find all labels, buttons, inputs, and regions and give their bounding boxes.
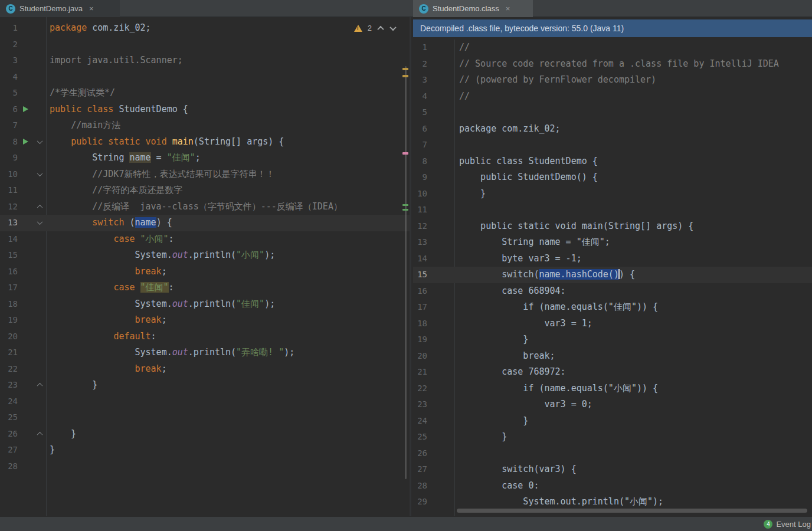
line-number[interactable]: 25	[0, 409, 18, 426]
line-number[interactable]: 8	[0, 134, 18, 150]
code-line-28[interactable]: 28 case 0:	[413, 478, 812, 494]
code-line-23[interactable]: 23 }	[0, 377, 410, 394]
code-line-18[interactable]: 18 System.out.println("佳闻");	[0, 296, 410, 313]
line-number[interactable]: 12	[413, 218, 427, 235]
occurrence-stripe-mark[interactable]	[402, 152, 408, 155]
tab-studentdemo-class[interactable]: C StudentDemo.class ×	[413, 0, 533, 17]
horizontal-scrollbar[interactable]	[457, 509, 807, 513]
line-number[interactable]: 26	[413, 445, 427, 462]
code-area-java[interactable]: 1package com.zik_02;23import java.util.S…	[0, 17, 410, 474]
line-number[interactable]: 3	[0, 53, 18, 69]
line-number[interactable]: 18	[0, 296, 18, 313]
code-line-2[interactable]: 2// Source code recreated from a .class …	[413, 56, 812, 73]
warning-stripe-mark[interactable]	[402, 68, 408, 70]
close-icon[interactable]: ×	[506, 4, 510, 13]
line-number[interactable]: 23	[0, 377, 18, 394]
event-log-button[interactable]: Event Log	[776, 520, 811, 529]
line-number[interactable]: 24	[413, 413, 427, 430]
code-line-7[interactable]: 7	[413, 137, 812, 153]
line-number[interactable]: 28	[413, 478, 427, 494]
line-number[interactable]: 28	[0, 458, 18, 475]
line-number[interactable]: 22	[0, 361, 18, 378]
line-number[interactable]: 2	[413, 56, 427, 73]
line-number[interactable]: 22	[413, 381, 427, 397]
code-line-11[interactable]: 11	[413, 202, 812, 218]
line-number[interactable]: 27	[0, 442, 18, 458]
line-number[interactable]: 6	[413, 121, 427, 137]
line-number[interactable]: 19	[0, 312, 18, 329]
code-line-8[interactable]: 8 public static void main(String[] args)…	[0, 134, 410, 150]
line-number[interactable]: 6	[0, 101, 18, 118]
line-number[interactable]: 7	[413, 137, 427, 153]
code-line-3[interactable]: 3import java.util.Scanner;	[0, 53, 410, 69]
fold-up-icon[interactable]	[37, 432, 42, 438]
code-line-11[interactable]: 11 //字符的本质还是数字	[0, 182, 410, 199]
code-line-17[interactable]: 17 if (name.equals("佳闻")) {	[413, 299, 812, 316]
editor-decompiled-class[interactable]: Decompiled .class file, bytecode version…	[413, 17, 812, 516]
line-number[interactable]: 2	[0, 37, 18, 53]
line-number[interactable]: 24	[0, 394, 18, 410]
close-icon[interactable]: ×	[89, 4, 94, 13]
code-line-10[interactable]: 10 //JDK7新特性，表达式结果可以是字符串！！	[0, 166, 410, 183]
code-line-21[interactable]: 21 System.out.println("弄啥嘞! ");	[0, 345, 410, 361]
code-line-4[interactable]: 4	[0, 69, 410, 86]
line-number[interactable]: 10	[0, 166, 18, 183]
line-number[interactable]: 21	[413, 364, 427, 381]
line-number[interactable]: 9	[413, 169, 427, 186]
code-line-19[interactable]: 19 }	[413, 332, 812, 348]
line-number[interactable]: 16	[413, 283, 427, 300]
code-line-1[interactable]: 1//	[413, 40, 812, 56]
change-stripe-mark[interactable]	[402, 204, 408, 206]
line-number[interactable]: 20	[413, 348, 427, 365]
line-number[interactable]: 20	[0, 329, 18, 345]
vertical-scrollbar[interactable]	[405, 66, 407, 479]
line-number[interactable]: 4	[413, 88, 427, 105]
warning-stripe-mark[interactable]	[402, 75, 408, 77]
line-number[interactable]: 26	[0, 426, 18, 442]
line-number[interactable]: 3	[413, 72, 427, 88]
code-line-20[interactable]: 20 default:	[0, 329, 410, 345]
line-number[interactable]: 29	[413, 494, 427, 510]
code-line-26[interactable]: 26 }	[0, 426, 410, 442]
fold-down-icon[interactable]	[37, 138, 42, 144]
code-line-27[interactable]: 27 switch(var3) {	[413, 461, 812, 478]
editor-java-source[interactable]: 1package com.zik_02;23import java.util.S…	[0, 17, 411, 516]
code-line-5[interactable]: 5/*学生测试类*/	[0, 85, 410, 101]
next-warning-button[interactable]	[389, 25, 397, 32]
code-line-13[interactable]: 13 switch (name) {	[0, 215, 410, 231]
line-number[interactable]: 25	[413, 429, 427, 445]
line-number[interactable]: 13	[413, 234, 427, 251]
line-number[interactable]: 8	[413, 153, 427, 170]
line-number[interactable]: 14	[0, 231, 18, 248]
code-line-3[interactable]: 3// (powered by FernFlower decompiler)	[413, 72, 812, 88]
line-number[interactable]: 17	[413, 299, 427, 316]
code-line-20[interactable]: 20 break;	[413, 348, 812, 365]
code-area-class[interactable]: 1//2// Source code recreated from a .cla…	[413, 37, 812, 510]
code-line-24[interactable]: 24	[0, 394, 410, 410]
code-line-5[interactable]: 5	[413, 104, 812, 121]
code-line-19[interactable]: 19 break;	[0, 312, 410, 329]
line-number[interactable]: 15	[413, 267, 427, 283]
line-number[interactable]: 21	[0, 345, 18, 361]
code-line-12[interactable]: 12 //反编译 java--class（字节码文件）---反编译（IDEA）	[0, 199, 410, 215]
line-number[interactable]: 5	[0, 85, 18, 101]
code-line-4[interactable]: 4//	[413, 88, 812, 105]
code-line-29[interactable]: 29 System.out.println("小闻");	[413, 494, 812, 510]
code-line-15[interactable]: 15 switch(name.hashCode()) {	[413, 267, 812, 283]
line-number[interactable]: 11	[0, 182, 18, 199]
code-line-16[interactable]: 16 break;	[0, 264, 410, 280]
code-line-26[interactable]: 26	[413, 445, 812, 462]
fold-down-icon[interactable]	[37, 171, 42, 176]
line-number[interactable]: 23	[413, 396, 427, 413]
line-number[interactable]: 15	[0, 247, 18, 264]
fold-up-icon[interactable]	[37, 383, 42, 389]
line-number[interactable]: 4	[0, 69, 18, 86]
code-line-22[interactable]: 22 break;	[0, 361, 410, 378]
tab-studentdemo-java[interactable]: C StudentDemo.java ×	[0, 0, 120, 17]
code-line-16[interactable]: 16 case 668904:	[413, 283, 812, 300]
code-line-28[interactable]: 28	[0, 458, 410, 475]
line-number[interactable]: 1	[413, 40, 427, 56]
code-line-7[interactable]: 7 //main方法	[0, 117, 410, 134]
code-line-17[interactable]: 17 case "佳闻":	[0, 280, 410, 296]
line-number[interactable]: 9	[0, 150, 18, 166]
